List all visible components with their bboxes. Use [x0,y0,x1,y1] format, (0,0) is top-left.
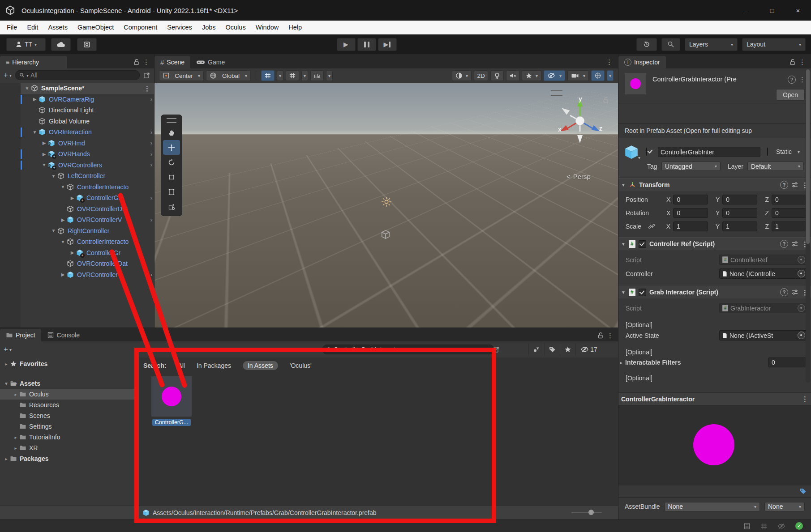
tree-item-ovrhands[interactable]: ▶ + OVRHands › [0,149,154,160]
layers-dropdown[interactable]: Layers ▾ [685,38,738,51]
scope-oculus[interactable]: 'Oculus' [290,362,312,369]
script-field[interactable]: # ControllerRef [719,255,807,265]
help-icon[interactable]: ? [780,288,788,296]
transform-header[interactable]: ▼ Transform ? ⋮ [618,178,811,191]
scrollbar-thumb[interactable] [806,69,810,244]
help-icon[interactable]: ? [780,181,788,189]
preset-icon[interactable] [791,181,798,188]
tree-item-ovrinteraction[interactable]: ▼ OVRInteraction › [0,127,154,138]
tree-item-favorites[interactable]: ▸ Favorites [0,358,135,369]
account-button[interactable]: TT ▾ [6,38,46,51]
cloud-services-button[interactable] [51,38,71,51]
version-control-button[interactable] [77,38,97,51]
prefab-open-icon[interactable]: › [150,96,152,102]
position-z-field[interactable]: 0 [772,195,807,204]
grab-interactor-header[interactable]: ▼ # Grab Interactor (Script) ? ⋮ [618,285,811,298]
grid-visibility-toggle[interactable] [286,70,299,81]
hierarchy-search-input[interactable]: ▾ All [15,70,140,80]
scale-y-field[interactable]: 1 [722,221,757,231]
hidden-count-button[interactable]: 17 [575,343,602,356]
foldout-icon[interactable]: ▸ [3,362,10,366]
project-search-input[interactable]: ControllerGrabInteractor [322,345,494,354]
pause-button[interactable] [357,38,376,51]
scale-x-field[interactable]: 1 [673,221,708,231]
gizmos-options[interactable]: ▾ [607,70,614,81]
cache-server-icon[interactable] [760,523,768,530]
script-field[interactable]: # GrabInteractor [719,303,807,313]
foldout-icon[interactable]: ▼ [31,130,39,135]
menu-assets[interactable]: Assets [43,24,73,31]
effects-dropdown[interactable]: ▾ [522,70,541,81]
tab-game[interactable]: Game [190,56,231,68]
object-picker-icon[interactable] [798,304,805,312]
preview-header[interactable]: ControllerGrabInteractor ⋮ [618,392,811,405]
tree-item-ovrcontrollervisual-right[interactable]: ▶ OVRControllerV › [0,269,154,281]
tag-dropdown[interactable]: Untagged ▾ [661,162,721,171]
tree-item-controllerinteractors-left[interactable]: ▼ ControllerInteracto [0,182,154,193]
scene-visibility-toggle[interactable]: ▾ [544,70,565,81]
close-button[interactable]: × [785,0,811,21]
filters-count-field[interactable]: 0 [768,358,807,367]
foldout-icon[interactable]: ▼ [621,242,626,247]
scene-visibility-status-icon[interactable] [777,523,785,530]
inspector-scrollbar[interactable] [806,69,810,383]
active-state-object-field[interactable]: None (IActiveSt [719,330,807,340]
icon-picker-chevron[interactable]: ▾ [638,155,640,160]
menu-oculus[interactable]: Oculus [221,24,251,31]
foldout-icon[interactable]: ▶ [59,217,67,222]
menu-file[interactable]: File [2,24,22,31]
gizmos-toggle[interactable] [591,70,605,81]
transform-tool-button[interactable] [163,199,180,214]
view-tool-button[interactable] [163,125,180,140]
static-checkbox[interactable] [767,148,768,156]
foldout-icon[interactable]: ▶ [69,250,76,255]
panel-menu-icon[interactable]: ⋮ [607,332,614,339]
minimize-button[interactable]: ─ [733,0,759,21]
foldout-icon[interactable]: ▸ [12,446,19,451]
layout-dropdown[interactable]: Layout ▾ [742,38,806,51]
filter-by-type-button[interactable] [528,343,544,356]
panel-menu-icon[interactable]: ⋮ [799,59,806,65]
tree-item-tutorialinfo[interactable]: ▸ TutorialInfo [0,432,135,443]
assetbundle-dropdown[interactable]: None ▾ [665,502,760,511]
rect-tool-button[interactable] [163,184,180,199]
scale-tool-button[interactable] [163,170,180,184]
selected-object-gizmo-icon[interactable] [381,230,390,239]
2d-toggle[interactable]: 2D [474,70,488,81]
scope-all[interactable]: All [178,362,185,369]
grid-snapping-toggle[interactable] [261,70,275,81]
menu-gameobject[interactable]: GameObject [73,24,119,31]
foldout-icon[interactable]: ▼ [59,239,67,244]
tab-hierarchy[interactable]: ≡ Hierarchy [0,56,67,68]
tree-item-xr[interactable]: ▸ XR [0,443,135,453]
camera-settings-dropdown[interactable]: ▾ [567,70,589,81]
tab-scene[interactable]: # Scene [154,56,190,68]
static-options-chevron[interactable]: ▾ [798,149,800,154]
tree-item-assets[interactable]: ▼ Assets [0,378,135,389]
menu-component[interactable]: Component [119,24,162,31]
foldout-icon[interactable]: ▼ [59,184,67,189]
search-save-button[interactable] [488,343,504,356]
orientation-gizmo[interactable]: y x z [551,93,609,151]
grid-visibility-options[interactable]: ▾ [301,70,308,81]
scope-in-packages[interactable]: In Packages [197,362,231,369]
tree-item-ovrcontrollers[interactable]: ▼ + OVRControllers › [0,160,154,171]
controller-ref-header[interactable]: ▼ # Controller Ref (Script) ? ⋮ [618,237,811,250]
undo-history-button[interactable] [636,38,657,51]
play-button[interactable]: ▶ [337,38,356,51]
lock-icon[interactable] [597,332,604,339]
rotation-y-field[interactable]: 0 [722,208,757,218]
filter-by-label-button[interactable] [544,343,560,356]
foldout-icon[interactable]: ▸ [620,360,622,365]
prefab-open-icon[interactable]: › [150,162,152,168]
prefab-open-icon[interactable]: › [150,271,152,278]
foldout-icon[interactable]: ▼ [621,290,626,295]
component-enabled-checkbox[interactable] [639,289,646,296]
rotation-x-field[interactable]: 0 [673,208,708,218]
menu-edit[interactable]: Edit [22,24,43,31]
tool-handle-rotation-dropdown[interactable]: Global ▾ [206,70,251,81]
foldout-icon[interactable]: ▶ [31,97,39,102]
tab-project[interactable]: Project [0,329,41,341]
tree-item-resources[interactable]: Resources [0,400,135,410]
lock-icon[interactable] [789,59,796,66]
